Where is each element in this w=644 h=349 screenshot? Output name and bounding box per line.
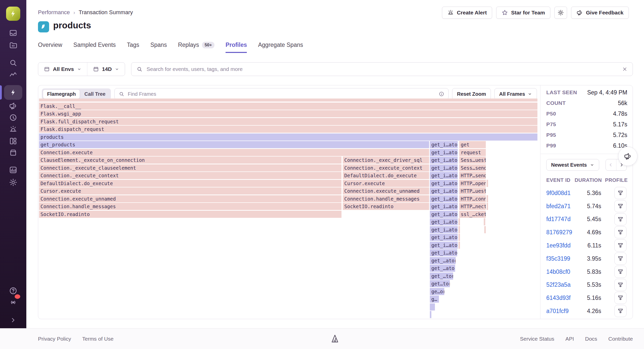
flame-frame[interactable] (484, 226, 486, 233)
profile-button[interactable] (614, 239, 627, 251)
flame-frame[interactable]: Connection.execute (39, 149, 429, 156)
flame-frame[interactable]: HTTP…uest (459, 187, 486, 195)
event-id-link[interactable]: 6143d93f (546, 295, 571, 301)
flame-frame[interactable]: Connection.handle_messages (343, 195, 429, 202)
all-frames-dropdown[interactable]: All Frames (494, 88, 537, 100)
footer-link[interactable]: Privacy Policy (38, 336, 71, 342)
profile-button[interactable] (614, 253, 627, 265)
close-icon[interactable] (622, 66, 628, 72)
flame-frame[interactable]: get_i…ator (430, 172, 458, 179)
flame-frame[interactable]: get…tor (430, 280, 450, 287)
event-id-link[interactable]: f35c3199 (546, 255, 570, 262)
call-tree-toggle-button[interactable]: Call Tree (80, 89, 110, 99)
flame-frame[interactable]: HTTP…open (459, 180, 486, 187)
flame-frame[interactable]: HTTP…conn (459, 195, 486, 202)
event-id-link[interactable]: 81769279 (546, 229, 572, 236)
tab-profiles[interactable]: Profiles (226, 42, 247, 53)
find-frames-input[interactable] (127, 91, 436, 97)
flame-frame[interactable]: Connection.execute_unnamed (343, 187, 429, 195)
flame-frame[interactable]: get_…ator (430, 265, 455, 272)
flame-frame[interactable]: get_i…ator (430, 187, 458, 195)
sidebar-item-feedback[interactable] (7, 99, 20, 112)
flame-frame[interactable]: Flask.dispatch_request (39, 126, 537, 133)
profile-button[interactable] (614, 213, 627, 225)
flame-frame[interactable]: get_i…ator (430, 149, 458, 156)
sidebar-item-stats[interactable] (7, 163, 20, 177)
tab-aggregate-spans[interactable]: Aggregate Spans (258, 42, 303, 53)
flame-frame[interactable] (458, 226, 460, 233)
flame-frame[interactable]: Sess…uest (459, 157, 486, 164)
sidebar-item-projects[interactable] (7, 38, 20, 52)
flame-frame[interactable]: get_i…ator (430, 157, 458, 164)
reset-zoom-button[interactable]: Reset Zoom (452, 88, 491, 100)
flame-frame[interactable]: get_i…ator (430, 226, 458, 233)
flame-frame[interactable]: get (459, 141, 486, 148)
flamegraph[interactable]: Flask.__call__Flask.wsgi_appFlask.full_d… (39, 99, 538, 319)
sidebar-collapse-icon[interactable] (7, 314, 20, 327)
flame-frame[interactable]: get_i…ator (430, 218, 458, 225)
flame-frame[interactable]: get_i…ator (430, 141, 458, 148)
flame-frame[interactable] (430, 311, 431, 318)
sidebar-item-releases[interactable] (7, 146, 20, 159)
flame-frame[interactable]: Cursor.execute (39, 187, 341, 195)
event-id-link[interactable]: 1ee93fdd (546, 242, 571, 249)
search-input[interactable] (146, 66, 618, 72)
event-id-link[interactable]: 9f0d08d1 (546, 189, 571, 196)
flame-frame[interactable]: Sess…send (459, 164, 486, 171)
event-id-link[interactable]: fd17747d (546, 216, 571, 223)
footer-link[interactable]: Service Status (520, 336, 554, 342)
environment-filter[interactable]: All Envs (38, 63, 87, 76)
flame-frame[interactable]: get_i…ator (430, 242, 458, 249)
footer-link[interactable]: Docs (585, 336, 597, 342)
flame-frame[interactable]: get_i…ator (430, 234, 458, 241)
event-id-link[interactable]: a701fcf9 (546, 308, 569, 315)
flame-frame[interactable]: get_i…ator (430, 249, 457, 256)
sidebar-item-dashboards[interactable] (7, 134, 20, 148)
tab-spans[interactable]: Spans (150, 42, 167, 53)
profile-button[interactable] (614, 200, 627, 212)
give-feedback-button[interactable]: Give Feedback (571, 7, 629, 19)
previous-page-button[interactable] (606, 159, 616, 170)
flame-frame[interactable] (458, 242, 460, 249)
star-for-team-button[interactable]: Star for Team (496, 7, 550, 19)
flame-frame[interactable]: Flask.__call__ (39, 103, 537, 110)
sidebar-item-issues[interactable] (7, 26, 20, 40)
tab-sampled-events[interactable]: Sampled Events (73, 42, 116, 53)
flame-frame[interactable]: get_i…ator (430, 180, 458, 187)
sidebar-item-alerts[interactable] (7, 123, 20, 136)
sentry-footer-logo-icon[interactable] (330, 333, 339, 344)
flame-frame[interactable]: Connection._execute_context (343, 164, 429, 171)
flame-frame[interactable]: get_i…ator (430, 195, 458, 202)
flamegraph-toggle-button[interactable]: Flamegraph (43, 89, 80, 99)
sidebar-item-settings[interactable] (7, 176, 20, 189)
flame-frame[interactable] (484, 218, 485, 225)
feedback-float-button[interactable] (618, 147, 637, 166)
footer-link[interactable]: Contribute (608, 336, 633, 342)
flame-frame[interactable]: Connection.execute_unnamed (39, 195, 341, 202)
tab-overview[interactable]: Overview (38, 42, 62, 53)
flame-frame[interactable]: Flask.wsgi_app (39, 110, 537, 117)
flame-frame[interactable]: get_…tor (430, 273, 453, 280)
event-sort-dropdown[interactable]: Newest Events (546, 159, 599, 171)
flame-frame[interactable]: Connection.handle_messages (39, 203, 341, 210)
flame-frame[interactable]: Flask.full_dispatch_request (39, 118, 537, 125)
flame-frame[interactable] (458, 218, 460, 225)
info-icon[interactable] (439, 91, 444, 97)
sidebar-item-performance[interactable] (7, 68, 20, 82)
settings-button[interactable] (554, 7, 567, 19)
flame-frame[interactable]: Connection._exec_driver_sql (343, 157, 429, 164)
flame-frame[interactable]: get_i…ator (430, 164, 458, 171)
tab-replays[interactable]: Replays50+ (178, 42, 214, 53)
flame-frame[interactable] (39, 99, 537, 102)
footer-link[interactable]: API (565, 336, 574, 342)
flame-frame[interactable] (430, 303, 435, 311)
flame-frame[interactable]: request (459, 149, 486, 156)
flame-frame[interactable]: get_i…ator (430, 211, 458, 218)
profile-button[interactable] (614, 187, 627, 199)
footer-link[interactable]: Terms of Use (82, 336, 114, 342)
flame-frame[interactable]: HTTP…nect (459, 203, 486, 210)
flame-frame[interactable]: DefaultDialect.do_execute (343, 172, 429, 179)
flame-frame[interactable]: products (39, 133, 537, 141)
sidebar-item-search[interactable] (7, 56, 20, 69)
flame-frame[interactable]: Connection._execute_clauseelement (39, 164, 341, 171)
